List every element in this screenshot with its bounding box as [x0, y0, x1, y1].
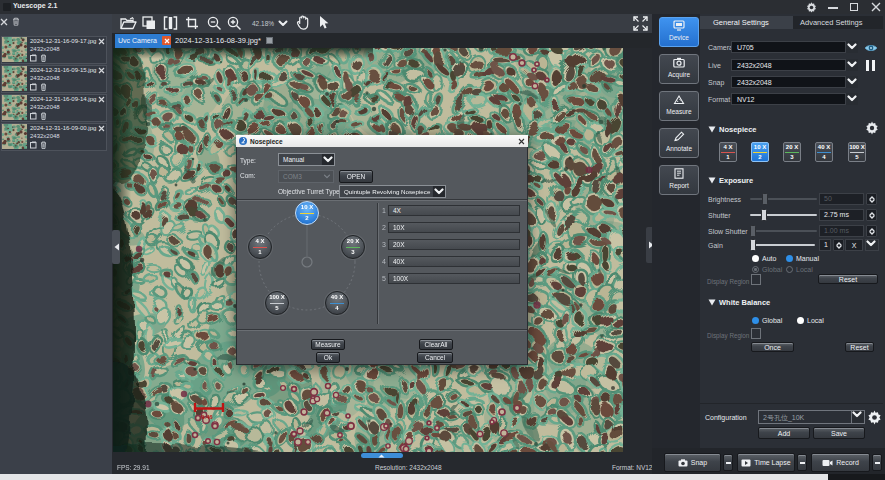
svg-text:9.46: 9.46 [201, 414, 213, 420]
